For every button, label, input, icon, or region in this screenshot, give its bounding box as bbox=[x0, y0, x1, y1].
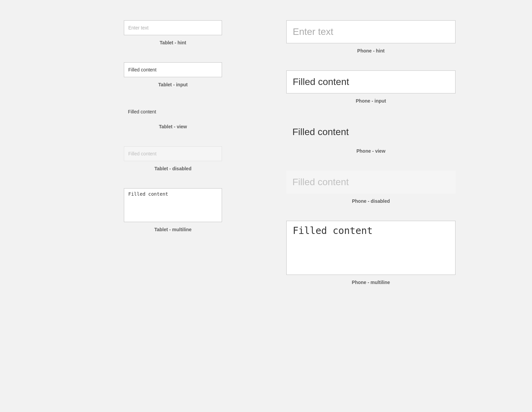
phone-input-label: Phone - input bbox=[286, 98, 456, 104]
tablet-input-label: Tablet - input bbox=[124, 82, 222, 87]
tablet-disabled-field bbox=[124, 146, 222, 161]
tablet-view-label: Tablet - view bbox=[124, 124, 222, 129]
phone-hint-group: Phone - hint bbox=[286, 20, 456, 53]
tablet-multiline-group: Tablet - multiline bbox=[124, 188, 252, 232]
phone-disabled-field bbox=[286, 171, 456, 194]
phone-column: Phone - hint Phone - input Phone - view … bbox=[266, 14, 469, 309]
phone-hint-input[interactable] bbox=[286, 20, 456, 43]
tablet-view-field bbox=[124, 104, 222, 119]
tablet-hint-group: Tablet - hint bbox=[124, 20, 252, 45]
tablet-multiline-label: Tablet - multiline bbox=[124, 227, 222, 232]
phone-view-group: Phone - view bbox=[286, 121, 456, 154]
tablet-input-group: Tablet - input bbox=[124, 62, 252, 87]
phone-input-field[interactable] bbox=[286, 70, 456, 93]
tablet-hint-input[interactable] bbox=[124, 20, 222, 35]
phone-multiline-field[interactable] bbox=[286, 221, 456, 275]
phone-hint-label: Phone - hint bbox=[286, 48, 456, 53]
phone-multiline-group: Phone - multiline bbox=[286, 221, 456, 285]
main-container: Tablet - hint Tablet - input Tablet - vi… bbox=[63, 14, 469, 309]
tablet-hint-label: Tablet - hint bbox=[124, 40, 222, 45]
phone-view-field bbox=[286, 121, 456, 144]
phone-disabled-group: Phone - disabled bbox=[286, 171, 456, 204]
tablet-disabled-group: Tablet - disabled bbox=[124, 146, 252, 171]
phone-input-group: Phone - input bbox=[286, 70, 456, 104]
tablet-input-field[interactable] bbox=[124, 62, 222, 77]
tablet-view-group: Tablet - view bbox=[124, 104, 252, 129]
tablet-disabled-label: Tablet - disabled bbox=[124, 166, 222, 171]
phone-disabled-label: Phone - disabled bbox=[286, 198, 456, 204]
tablet-column: Tablet - hint Tablet - input Tablet - vi… bbox=[63, 14, 266, 309]
phone-view-label: Phone - view bbox=[286, 148, 456, 154]
phone-multiline-label: Phone - multiline bbox=[286, 280, 456, 285]
tablet-multiline-field[interactable] bbox=[124, 188, 222, 222]
